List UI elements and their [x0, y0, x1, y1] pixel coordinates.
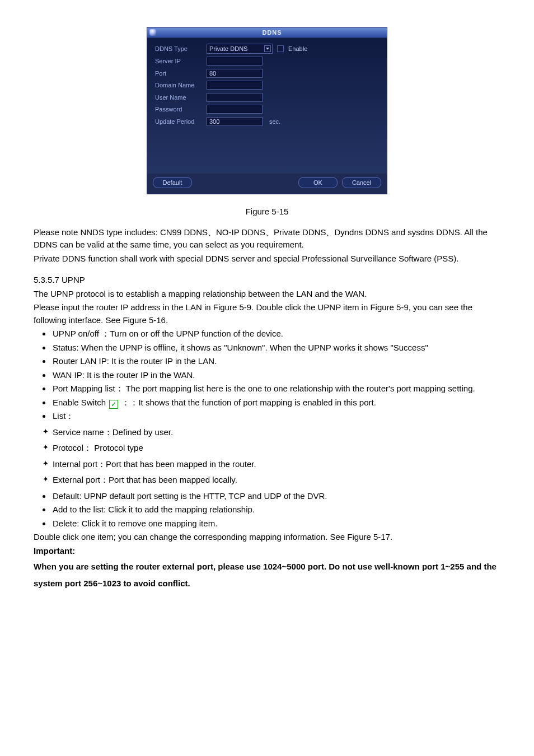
domain-input[interactable] — [207, 81, 263, 90]
server-ip-input[interactable] — [207, 57, 263, 66]
section-title-upnp: 5.3.5.7 UPNP — [34, 274, 500, 287]
paragraph: Double click one item; you can change th… — [34, 531, 500, 544]
figure-caption: Figure 5-15 — [34, 206, 500, 218]
user-input[interactable] — [207, 93, 263, 102]
user-label: User Name — [155, 93, 202, 102]
domain-label: Domain Name — [155, 81, 202, 90]
ddns-titlebar: DDNS — [147, 27, 387, 38]
important-body: When you are setting the router external… — [34, 558, 500, 592]
paragraph: Please note NNDS type includes: CN99 DDN… — [34, 226, 500, 251]
paragraph: Please input the router IP address in th… — [34, 301, 500, 326]
password-label: Password — [155, 105, 202, 114]
list-sub-items: Service name：Defined by user. Protocol： … — [34, 426, 500, 487]
cancel-button[interactable]: Cancel — [342, 177, 381, 188]
list-item: UPNP on/off ：Turn on or off the UPNP fun… — [51, 328, 500, 340]
enable-checkbox[interactable] — [277, 45, 284, 52]
list-item: Router LAN IP: It is the router IP in th… — [51, 355, 500, 368]
list-item: Status: When the UPNP is offline, it sho… — [51, 342, 500, 354]
list-item: Internal port：Port that has been mapped … — [53, 458, 500, 471]
body-text: Please note NNDS type includes: CN99 DDN… — [34, 226, 500, 265]
paragraph: The UPNP protocol is to establish a mapp… — [34, 288, 500, 301]
default-button[interactable]: Default — [153, 177, 192, 188]
server-ip-label: Server IP — [155, 57, 202, 66]
update-label: Update Period — [155, 117, 202, 127]
list-item: List： — [51, 410, 500, 423]
list-item: Default: UPNP default port setting is th… — [51, 490, 500, 503]
list-item: Protocol： Protocol type — [53, 442, 500, 455]
enable-switch-text-post: ：：It shows that the function of port map… — [121, 398, 376, 407]
ddns-type-select[interactable]: Private DDNS — [207, 44, 273, 54]
enable-switch-text-pre: Enable Switch — [53, 398, 108, 407]
port-label: Port — [155, 69, 202, 78]
list-item: Service name：Defined by user. — [53, 426, 500, 439]
upnp-bullets-2: Default: UPNP default port setting is th… — [34, 490, 500, 530]
ddns-type-selected: Private DDNS — [209, 44, 247, 54]
check-icon — [109, 400, 118, 409]
enable-label: Enable — [288, 44, 307, 54]
list-item: Port Mapping list： The port mapping list… — [51, 382, 500, 395]
ddns-dialog: DDNS DDNS Type Private DDNS Enable Serve… — [147, 27, 387, 194]
list-item: External port：Port that has been mapped … — [53, 474, 500, 487]
dialog-title: DDNS — [160, 28, 385, 38]
ddns-type-label: DDNS Type — [155, 44, 202, 54]
list-item: Add to the list: Click it to add the map… — [51, 503, 500, 516]
update-unit: sec. — [269, 117, 280, 127]
ok-button[interactable]: OK — [298, 177, 338, 188]
chevron-down-icon — [264, 45, 271, 52]
upnp-bullets: UPNP on/off ：Turn on or off the UPNP fun… — [34, 328, 500, 423]
list-item: Delete: Click it to remove one mapping i… — [51, 517, 500, 530]
dialog-icon — [149, 29, 156, 36]
list-item: Enable Switch ：：It shows that the functi… — [51, 396, 500, 409]
update-input[interactable] — [207, 117, 263, 126]
password-input[interactable] — [207, 105, 263, 114]
important-label: Important: — [34, 545, 500, 558]
list-item: WAN IP: It is the router IP in the WAN. — [51, 369, 500, 382]
paragraph: Private DDNS function shall work with sp… — [34, 253, 500, 265]
port-input[interactable] — [207, 69, 263, 78]
